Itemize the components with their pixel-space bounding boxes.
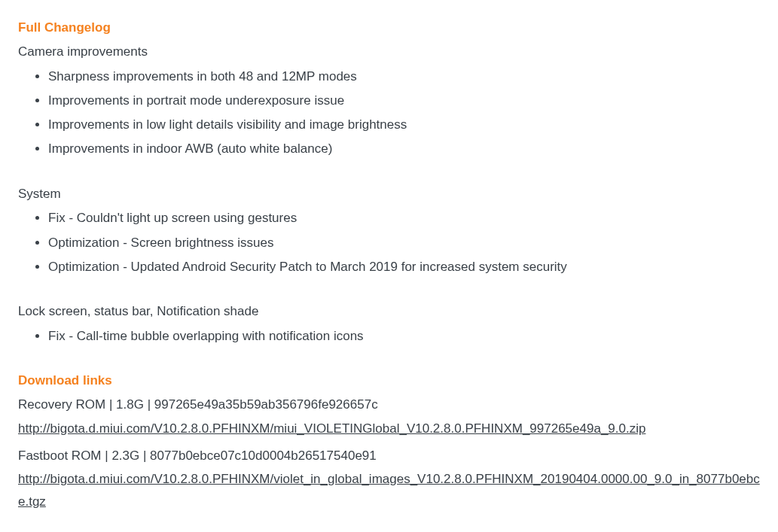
download-heading: Download links [18,369,760,392]
section-list: Fix - Couldn't light up screen using ges… [18,206,760,279]
list-item: Fix - Couldn't light up screen using ges… [48,206,760,230]
download-link-recovery[interactable]: http://bigota.d.miui.com/V10.2.8.0.PFHIN… [18,421,645,436]
list-item: Improvements in indoor AWB (auto white b… [48,137,760,161]
section-title: System [18,183,760,205]
rom-info-line: Recovery ROM | 1.8G | 997265e49a35b59ab3… [18,394,760,416]
list-item: Improvements in low light details visibi… [48,113,760,137]
download-link-fastboot[interactable]: http://bigota.d.miui.com/V10.2.8.0.PFHIN… [18,472,760,509]
section-title: Camera improvements [18,41,760,63]
list-item: Improvements in portrait mode underexpos… [48,89,760,113]
section-list: Fix - Call-time bubble overlapping with … [18,324,760,348]
section-list: Sharpness improvements in both 48 and 12… [18,65,760,162]
rom-info-line: Fastboot ROM | 2.3G | 8077b0ebce07c10d00… [18,445,760,467]
list-item: Sharpness improvements in both 48 and 12… [48,65,760,89]
list-item: Optimization - Screen brightness issues [48,231,760,255]
list-item: Fix - Call-time bubble overlapping with … [48,324,760,348]
changelog-heading: Full Changelog [18,17,760,39]
list-item: Optimization - Updated Android Security … [48,255,760,279]
section-title: Lock screen, status bar, Notification sh… [18,300,760,323]
